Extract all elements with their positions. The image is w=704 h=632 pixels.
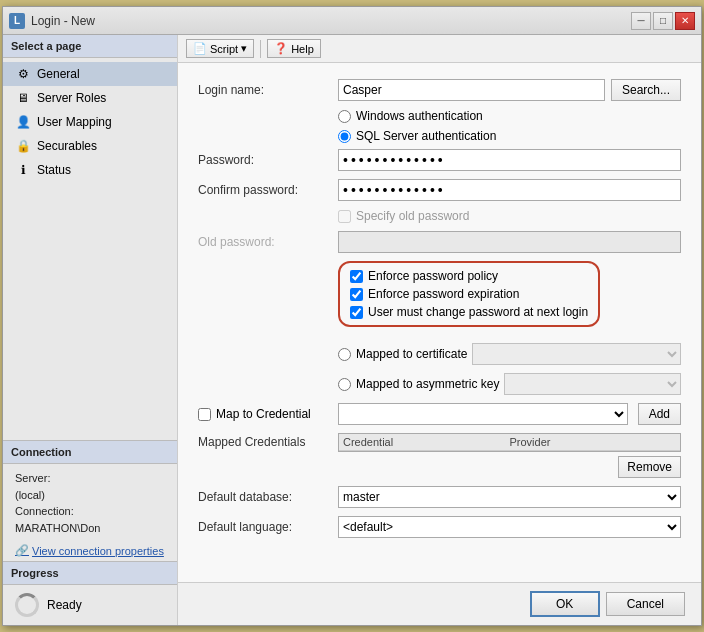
enforce-policy-label: Enforce password policy (368, 269, 498, 283)
confirm-password-input[interactable] (338, 179, 681, 201)
script-button[interactable]: 📄 Script ▾ (186, 39, 254, 58)
remove-button[interactable]: Remove (618, 456, 681, 478)
mapped-to-asym-label: Mapped to asymmetric key (356, 377, 499, 391)
sidebar-item-server-roles[interactable]: 🖥 Server Roles (3, 86, 177, 110)
password-policy-checkbox-group: Enforce password policy Enforce password… (338, 261, 600, 327)
window-icon: L (9, 13, 25, 29)
login-name-input-wrapper: Search... (338, 79, 681, 101)
windows-auth-label: Windows authentication (356, 109, 483, 123)
view-connection-properties-link[interactable]: 🔗 View connection properties (3, 542, 177, 561)
spinner-icon (15, 593, 39, 617)
server-value: (local) (15, 487, 165, 504)
mapped-to-cert-row: Mapped to certificate (198, 343, 681, 365)
sidebar-header: Select a page (3, 35, 177, 58)
title-bar: L Login - New ─ □ ✕ (3, 7, 701, 35)
close-button[interactable]: ✕ (675, 12, 695, 30)
title-bar-left: L Login - New (9, 13, 95, 29)
password-input[interactable] (338, 149, 681, 171)
map-to-credential-checkbox[interactable] (198, 408, 211, 421)
provider-col-header: Provider (510, 436, 677, 448)
mapped-cert-wrapper: Mapped to certificate (338, 343, 681, 365)
connection-link-text: View connection properties (32, 545, 164, 557)
sidebar-item-securables-label: Securables (37, 139, 97, 153)
minimize-button[interactable]: ─ (631, 12, 651, 30)
status-icon: ℹ (15, 162, 31, 178)
mapped-to-asym-radio[interactable] (338, 378, 351, 391)
password-row: Password: (198, 149, 681, 171)
add-button[interactable]: Add (638, 403, 681, 425)
login-name-input[interactable] (338, 79, 605, 101)
progress-section-header: Progress (3, 561, 177, 585)
main-panel: 📄 Script ▾ ❓ Help Login name: Search (178, 35, 701, 625)
creds-table-header: Credential Provider (339, 434, 680, 451)
window-title: Login - New (31, 14, 95, 28)
user-must-change-label: User must change password at next login (368, 305, 588, 319)
checkbox-group-container: Enforce password policy Enforce password… (198, 261, 681, 335)
mapped-to-cert-label: Mapped to certificate (356, 347, 467, 361)
enforce-policy-checkbox[interactable] (350, 270, 363, 283)
connection-section-header: Connection (3, 440, 177, 464)
old-password-row: Old password: (198, 231, 681, 253)
script-label: Script (210, 43, 238, 55)
progress-area: Ready (3, 585, 177, 625)
mapped-credentials-section: Mapped Credentials Credential Provider R… (198, 433, 681, 478)
connection-label: Connection: (15, 503, 165, 520)
password-label: Password: (198, 153, 338, 167)
sidebar-items: ⚙ General 🖥 Server Roles 👤 User Mapping … (3, 58, 177, 440)
map-credential-right: Add (338, 403, 681, 425)
default-database-wrapper: master (338, 486, 681, 508)
toolbar-separator (260, 40, 261, 58)
ready-text: Ready (47, 598, 82, 612)
old-password-input-wrapper (338, 231, 681, 253)
remove-btn-wrapper: Remove (338, 456, 681, 478)
connection-info: Server: (local) Connection: MARATHON\Don (3, 464, 177, 542)
sql-auth-label: SQL Server authentication (356, 129, 496, 143)
help-button[interactable]: ❓ Help (267, 39, 321, 58)
specify-old-password-checkbox[interactable] (338, 210, 351, 223)
mapped-creds-wrapper: Credential Provider Remove (338, 433, 681, 478)
mapped-to-cert-radio[interactable] (338, 348, 351, 361)
content-area: Select a page ⚙ General 🖥 Server Roles 👤… (3, 35, 701, 625)
ok-button[interactable]: OK (530, 591, 600, 617)
sidebar-item-general[interactable]: ⚙ General (3, 62, 177, 86)
enforce-expiration-checkbox[interactable] (350, 288, 363, 301)
enforce-expiration-label: Enforce password expiration (368, 287, 519, 301)
default-database-dropdown[interactable]: master (338, 486, 681, 508)
help-label: Help (291, 43, 314, 55)
default-language-dropdown[interactable]: <default> (338, 516, 681, 538)
sql-auth-radio[interactable] (338, 130, 351, 143)
main-window: L Login - New ─ □ ✕ Select a page ⚙ Gene… (2, 6, 702, 626)
mapped-to-asym-dropdown[interactable] (504, 373, 681, 395)
windows-auth-radio[interactable] (338, 110, 351, 123)
user-must-change-row: User must change password at next login (350, 305, 588, 319)
general-icon: ⚙ (15, 66, 31, 82)
sql-auth-row: SQL Server authentication (198, 129, 681, 143)
mapped-credentials-table: Credential Provider (338, 433, 681, 452)
sidebar: Select a page ⚙ General 🖥 Server Roles 👤… (3, 35, 178, 625)
sidebar-item-server-roles-label: Server Roles (37, 91, 106, 105)
map-to-credential-dropdown[interactable] (338, 403, 628, 425)
server-roles-icon: 🖥 (15, 90, 31, 106)
sidebar-item-status[interactable]: ℹ Status (3, 158, 177, 182)
specify-old-password-wrapper: Specify old password (338, 209, 681, 223)
default-database-row: Default database: master (198, 486, 681, 508)
bottom-bar: OK Cancel (178, 582, 701, 625)
old-password-input[interactable] (338, 231, 681, 253)
confirm-password-row: Confirm password: (198, 179, 681, 201)
cancel-button[interactable]: Cancel (606, 592, 685, 616)
map-to-credential-row: Map to Credential Add (198, 403, 681, 425)
sidebar-item-status-label: Status (37, 163, 71, 177)
mapped-to-cert-dropdown[interactable] (472, 343, 681, 365)
maximize-button[interactable]: □ (653, 12, 673, 30)
sidebar-item-securables[interactable]: 🔒 Securables (3, 134, 177, 158)
sidebar-item-user-mapping[interactable]: 👤 User Mapping (3, 110, 177, 134)
windows-auth-row: Windows authentication (198, 109, 681, 123)
login-name-row: Login name: Search... (198, 79, 681, 101)
default-language-wrapper: <default> (338, 516, 681, 538)
user-must-change-checkbox[interactable] (350, 306, 363, 319)
securables-icon: 🔒 (15, 138, 31, 154)
enforce-expiration-row: Enforce password expiration (350, 287, 588, 301)
search-button[interactable]: Search... (611, 79, 681, 101)
connection-link-icon: 🔗 (15, 544, 29, 557)
mapped-asym-wrapper: Mapped to asymmetric key (338, 373, 681, 395)
